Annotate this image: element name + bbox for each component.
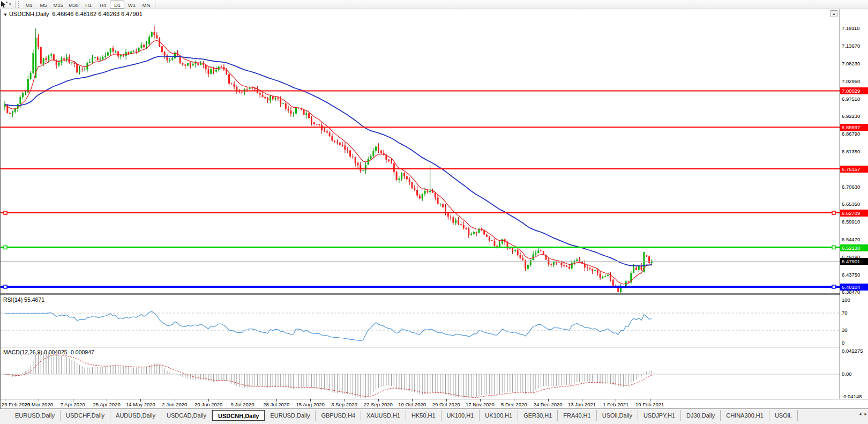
macd-values: 0.004025 -0.000947 [44, 349, 94, 355]
chart-window: ▼USDCNH,Daily 6.46646 6.48162 6.46263 6.… [0, 9, 868, 408]
price-line-badge: 6.52138 [840, 244, 868, 251]
tab-scroll-arrows: ◂ ▸ [859, 411, 867, 416]
timeframe-button-MN[interactable]: MN [139, 1, 153, 9]
timeframe-button-M1[interactable]: M1 [22, 1, 36, 9]
chart-tab-eurusd-daily[interactable]: EURUSD,Daily [265, 410, 316, 421]
price-axis-label: 7.19110 [842, 25, 860, 32]
price-axis-label: 6.86790 [842, 131, 860, 137]
current-price-badge: 6.47901 [840, 258, 868, 265]
macd-axis-label: 0.042275 [842, 348, 863, 354]
price-line-badge: 6.76157 [840, 166, 868, 173]
chart-tab-usdjpy-h1[interactable]: USDJPY,H1 [638, 410, 681, 421]
macd-axis-label: -0.04148 [842, 393, 862, 400]
timeframe-toolbar: ▾ M1M5M15M30H1H4D1W1MN [0, 0, 868, 9]
chart-tabbar: EURUSD,DailyUSDCHF,DailyAUDUSD,DailyUSDC… [0, 408, 868, 424]
chart-title: ▼USDCNH,Daily 6.46646 6.48162 6.46263 6.… [3, 11, 143, 17]
chart-tab-ger30-h1[interactable]: GER30,H1 [518, 410, 558, 421]
timeframe-button-W1[interactable]: W1 [124, 1, 139, 9]
price-axis-label: 6.43750 [842, 272, 860, 278]
date-axis[interactable]: 29 Feb 202019 Mar 20207 Apr 202025 Apr 2… [1, 399, 868, 408]
rsi-axis-label: 0 [842, 340, 844, 346]
price-axis-label: 6.97510 [842, 96, 860, 102]
timeframe-button-H1[interactable]: H1 [81, 1, 95, 9]
price-axis-label: 7.02950 [842, 78, 860, 85]
date-axis-label: 25 Apr 2020 [91, 401, 123, 407]
chart-tab-china300-h1[interactable]: CHINA300,H1 [721, 410, 769, 421]
toolbar-separator [15, 1, 16, 8]
price-axis-label: 6.65350 [842, 201, 860, 207]
chart-tab-dj30-daily[interactable]: DJ30,Daily [681, 410, 721, 421]
chart-tab-usdcad-daily[interactable]: USDCAD,Daily [161, 410, 212, 421]
date-axis-label: 28 Jul 2020 [260, 401, 293, 407]
price-axis-label: 7.08230 [842, 61, 860, 67]
date-axis-label: 5 Dec 2020 [498, 401, 530, 407]
price-line-badge: 6.40104 [840, 284, 868, 291]
chart-tab-usoil-[interactable]: USOil, [769, 410, 798, 421]
tab-scroll-left-button[interactable]: ◂ [859, 411, 862, 416]
date-axis-label: 9 Jul 2020 [227, 401, 259, 407]
date-axis-label: 19 Mar 2020 [23, 401, 55, 407]
date-axis-label: 19 Feb 2021 [634, 401, 666, 407]
price-axis[interactable]: 7.191107.136707.082307.029506.975106.922… [840, 9, 868, 399]
price-line-badge: 7.00029 [840, 87, 868, 94]
chart-tab-usoil-daily[interactable]: USOil,Daily [597, 410, 638, 421]
timeframe-buttons: M1M5M15M30H1H4D1W1MN [22, 1, 154, 9]
price-line-badge: 6.62709 [840, 210, 868, 217]
chart-tab-gbpusd-h4[interactable]: GBPUSD,H4 [316, 410, 361, 421]
tab-scroll-right-button[interactable]: ▸ [864, 411, 867, 416]
price-axis-label: 6.59910 [842, 219, 860, 225]
timeframe-button-M5[interactable]: M5 [36, 1, 51, 9]
macd-name: MACD(12,26,9) [3, 349, 42, 355]
chart-tab-fra40-h1[interactable]: FRA40,H1 [558, 410, 596, 421]
rsi-axis-label: 100 [842, 297, 850, 303]
date-axis-label: 1 Feb 2021 [600, 401, 632, 407]
date-axis-label: 10 Oct 2020 [396, 401, 428, 407]
price-axis-label: 6.81350 [842, 148, 860, 155]
macd-label: MACD(12,26,9) 0.004025 -0.000947 [3, 349, 94, 355]
timeframe-button-M15[interactable]: M15 [51, 1, 66, 9]
cursor-tool-dropdown-caret[interactable]: ▾ [9, 2, 11, 6]
toolbar-separator [155, 1, 155, 8]
rsi-name: RSI(14) [3, 296, 23, 303]
date-axis-label: 13 Jan 2021 [566, 401, 598, 407]
date-axis-label: 22 Sep 2020 [362, 401, 394, 407]
cursor-tool-icon[interactable] [1, 1, 8, 8]
rsi-axis-label: 30 [842, 327, 848, 333]
chart-tab-xauusd-h1[interactable]: XAUUSD,H1 [361, 410, 406, 421]
price-axis-label: 6.92230 [842, 113, 860, 120]
chart-tab-hk50-h1[interactable]: HK50,H1 [406, 410, 442, 421]
chart-tab-usdcnh-daily[interactable]: USDCNH,Daily [212, 410, 265, 421]
macd-axis-label: 0.00 [842, 371, 852, 377]
toolbar-grip-handle[interactable] [18, 1, 20, 8]
date-axis-label: 14 May 2020 [124, 401, 156, 407]
price-axis-label: 6.70630 [842, 184, 860, 190]
timeframe-button-H4[interactable]: H4 [95, 1, 110, 9]
rsi-pane[interactable]: RSI(14) 55.4671 [1, 295, 840, 346]
rsi-value: 55.4671 [24, 296, 44, 303]
date-axis-label: 24 Dec 2020 [532, 401, 564, 407]
chart-tab-usdchf-daily[interactable]: USDCHF,Daily [61, 410, 110, 421]
rsi-axis-label: 70 [842, 310, 848, 316]
date-axis-label: 7 Apr 2020 [57, 401, 89, 407]
chart-scroll-up-button[interactable]: ▲ [830, 10, 837, 17]
date-axis-label: 3 Sep 2020 [328, 401, 361, 407]
macd-pane[interactable]: MACD(12,26,9) 0.004025 -0.000947 [1, 347, 840, 399]
chart-tab-uk100-h1[interactable]: UK100,H1 [480, 410, 518, 421]
price-pane[interactable]: ▼USDCNH,Daily 6.46646 6.48162 6.46263 6.… [1, 9, 840, 293]
date-axis-label: 15 Aug 2020 [294, 401, 326, 407]
chart-tabs: EURUSD,DailyUSDCHF,DailyAUDUSD,DailyUSDC… [0, 410, 853, 421]
timeframe-button-M30[interactable]: M30 [66, 1, 81, 9]
chart-tab-uk100-h1[interactable]: UK100,H1 [442, 410, 480, 421]
chart-ohlc-values: 6.46646 6.48162 6.46263 6.47901 [53, 11, 143, 17]
rsi-label: RSI(14) 55.4671 [3, 296, 44, 303]
mt4-application: ▾ M1M5M15M30H1H4D1W1MN ▼USDCNH,Daily 6.4… [0, 0, 868, 424]
timeframe-button-D1[interactable]: D1 [110, 1, 124, 9]
chart-tab-eurusd-daily[interactable]: EURUSD,Daily [10, 410, 61, 421]
date-axis-label: 20 Jun 2020 [192, 401, 225, 407]
chart-tab-audusd-daily[interactable]: AUDUSD,Daily [110, 410, 161, 421]
price-line-badge: 6.88897 [840, 124, 868, 131]
object-list-toggle-icon[interactable]: ▼ [3, 12, 8, 17]
price-axis-label: 7.13670 [842, 43, 860, 49]
date-axis-label: 29 Oct 2020 [430, 401, 462, 407]
price-axis-label: 6.54470 [842, 236, 860, 243]
